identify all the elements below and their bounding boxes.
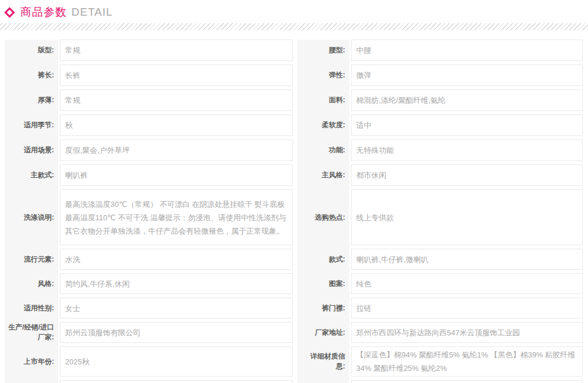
param-value: 最高洗涤温度30℃（常规） 不可漂白 在阴凉处悬挂晾干 熨斗底板最高温度110℃…: [60, 189, 293, 245]
param-value: [60, 380, 293, 383]
param-label: 弹性:: [297, 65, 351, 86]
section-header: 商品参数 DETAIL: [0, 0, 588, 19]
param-label: 流行元素:: [5, 249, 60, 270]
param-value: 度假,聚会,户外草坪: [60, 139, 293, 161]
param-value: 2025秋: [60, 346, 293, 377]
param-value: 【深蓝色】棉94% 聚酯纤维5% 氨纶1% 【黑色】棉39% 粘胶纤维34% 聚…: [351, 346, 583, 377]
hatch-divider: [0, 23, 588, 30]
param-label: 腰型:: [297, 40, 351, 61]
param-label: 裤长:: [5, 65, 60, 86]
param-label: 选购热点:: [297, 189, 351, 245]
param-value: 郑州市西四环与新达路向西547米云顶服饰工业园: [351, 322, 583, 343]
column-spacer: [293, 380, 297, 383]
param-label: 主款式:: [5, 164, 60, 186]
column-spacer: [293, 164, 297, 186]
param-value: 线上专供款: [351, 189, 583, 245]
param-value: 喇叭裤,牛仔裤,微喇叭: [351, 249, 583, 270]
param-label: 功能:: [297, 139, 351, 161]
param-value: 女士: [60, 298, 293, 318]
param-value: 郑州云顶服饰有限公司: [60, 322, 293, 343]
param-label: 裤门襟:: [297, 298, 351, 318]
param-label: 款式:: [297, 249, 351, 270]
column-spacer: [293, 298, 297, 318]
param-label: 版型:: [5, 40, 60, 61]
page-title: 商品参数: [20, 5, 67, 20]
param-value: 纯色: [351, 273, 583, 294]
param-label: 面料:: [297, 90, 351, 111]
param-label: 适用性别:: [5, 298, 60, 318]
param-value: 水洗: [60, 249, 293, 270]
param-label: 图案:: [297, 273, 351, 294]
page-subtitle: DETAIL: [71, 6, 113, 19]
column-spacer: [293, 249, 297, 270]
param-label: 主风格:: [297, 164, 351, 186]
param-label: 生产/经销/进口厂家:: [5, 322, 60, 343]
param-label: 上市年份:: [5, 346, 60, 377]
column-spacer: [293, 139, 297, 161]
param-value: 喇叭裤: [60, 164, 293, 186]
param-value: 长裤: [60, 65, 293, 86]
param-label: 洗涤说明:: [5, 189, 60, 245]
column-spacer: [293, 322, 297, 343]
param-value: 简约风,牛仔系,休闲: [60, 273, 293, 294]
column-spacer: [293, 40, 297, 61]
param-label: 柔软度:: [297, 114, 351, 136]
param-value: 秋: [60, 114, 293, 136]
column-spacer: [293, 90, 297, 111]
param-value: 中腰: [351, 40, 583, 61]
param-value: 拉链: [351, 298, 583, 318]
column-spacer: [293, 65, 297, 86]
param-label: [297, 380, 351, 383]
param-label: 适用季节:: [5, 114, 60, 136]
param-value: 适中: [351, 114, 583, 136]
param-value: 棉混纺,涤纶/聚酯纤维,氨纶: [351, 90, 583, 111]
product-parameters-table: 版型: 常规 腰型: 中腰 裤长: 长裤 弹性: 微弹 厚薄: 常规 面料: 棉…: [5, 40, 583, 383]
column-spacer: [293, 273, 297, 294]
column-spacer: [293, 114, 297, 136]
column-spacer: [293, 189, 297, 245]
param-value: 无特殊功能: [351, 139, 583, 161]
param-value: 微弹: [351, 65, 583, 86]
param-label: 厚薄:: [5, 90, 60, 111]
param-value: [351, 380, 583, 383]
param-value: 常规: [60, 40, 293, 61]
param-label: 厂家地址:: [297, 322, 351, 343]
param-label: 风格:: [5, 273, 60, 294]
param-label: 适用场景:: [5, 139, 60, 161]
column-spacer: [293, 346, 297, 377]
param-label: 详细材质信息:: [297, 346, 351, 377]
param-value: 常规: [60, 90, 293, 111]
param-value: 都市休闲: [351, 164, 583, 186]
diamond-icon: [4, 7, 15, 17]
param-label: [5, 380, 60, 383]
